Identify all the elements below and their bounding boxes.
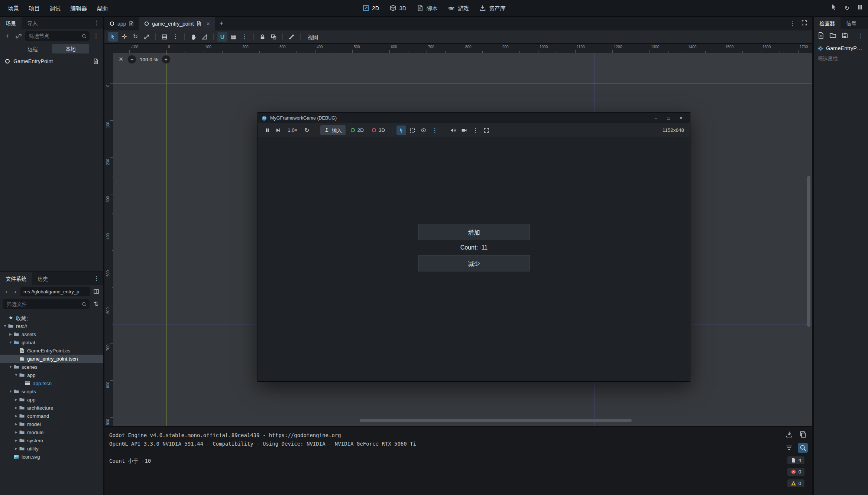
scene-tree-root-node[interactable]: GameEntryPoint <box>0 56 103 66</box>
scene-dock-tab-1[interactable]: 导入 <box>22 17 43 29</box>
suspend-game-button[interactable] <box>830 4 838 12</box>
grid-snap-button[interactable]: ▦ <box>229 32 239 42</box>
move-tool-button[interactable]: ✛ <box>119 32 129 42</box>
messages-count-badge[interactable]: 4 <box>787 456 805 464</box>
save-resource-button[interactable] <box>841 32 848 40</box>
workspace-button-3d[interactable]: 3D <box>385 0 411 16</box>
menu-editor[interactable]: 编辑器 <box>65 0 92 16</box>
dots-button[interactable]: ⋮ <box>430 126 440 135</box>
increase-button[interactable]: 增加 <box>418 224 530 240</box>
tree-arrow-icon[interactable]: ▼ <box>2 324 8 328</box>
history-forward-button[interactable]: › <box>12 287 19 296</box>
scene-tab-game_entry_point[interactable]: game_entry_point✕ <box>139 17 215 30</box>
menu-help[interactable]: 帮助 <box>92 0 113 16</box>
close-button[interactable]: ✕ <box>676 114 687 122</box>
fs-item-module[interactable]: ▶module <box>0 428 103 436</box>
smart-snap-button[interactable] <box>217 32 227 42</box>
reload-button[interactable]: ↻ <box>302 126 312 135</box>
pause-game-button[interactable] <box>856 4 864 12</box>
tree-arrow-icon[interactable]: ▶ <box>13 406 19 410</box>
canvas-horizontal-scrollbar[interactable] <box>360 419 632 422</box>
next-frame-button[interactable] <box>273 126 283 135</box>
expand-viewport-button[interactable] <box>801 20 807 27</box>
current-path-field[interactable]: res://global/game_entry_p <box>20 287 90 296</box>
scene-dock-tab-0[interactable]: 场景 <box>0 17 22 29</box>
workspace-button-2d[interactable]: 2D <box>357 0 384 16</box>
inspector-node-header[interactable]: GameEntryPoint <box>814 43 868 54</box>
fs-item-app.tscn[interactable]: app.tscn <box>0 379 103 387</box>
load-resource-button[interactable] <box>829 32 836 40</box>
instance-scene-button[interactable] <box>14 32 23 41</box>
fs-item-icon.svg[interactable]: icon.svg <box>0 453 103 461</box>
box-select-button[interactable] <box>408 126 417 135</box>
history-back-button[interactable]: ‹ <box>3 287 10 296</box>
tree-arrow-icon[interactable]: ▼ <box>8 365 13 369</box>
lock-button[interactable] <box>258 32 268 42</box>
fs-item-GameEntryPoint.cs[interactable]: C#GameEntryPoint.cs <box>0 346 103 355</box>
fs-item-scenes[interactable]: ▼scenes <box>0 363 103 371</box>
menu-scene[interactable]: 场景 <box>3 0 24 16</box>
game-input-toggle[interactable]: 输入 <box>320 125 346 135</box>
restart-game-button[interactable]: ↻ <box>843 4 851 12</box>
tree-arrow-icon[interactable]: ▶ <box>13 414 19 418</box>
open-script-icon[interactable] <box>93 58 99 64</box>
cursor-button[interactable] <box>396 126 406 135</box>
fs-item-utility[interactable]: ▶utility <box>0 444 103 453</box>
tree-arrow-icon[interactable]: ▼ <box>13 373 19 377</box>
scene-dock-more-button[interactable]: ⋮ <box>91 32 101 41</box>
filesystem-menu-button[interactable]: ⋮ <box>90 272 103 285</box>
ruler-button[interactable] <box>200 32 210 42</box>
inspector-tab-0[interactable]: 检查器 <box>814 17 841 29</box>
filesystem-tab-0[interactable]: 文件系统 <box>0 272 32 285</box>
scene-tabs-menu-button[interactable]: ⋮ <box>789 20 796 27</box>
fs-item-architecture[interactable]: ▶architecture <box>0 404 103 412</box>
scale-tool-button[interactable] <box>142 32 152 42</box>
local-button[interactable]: 本地 <box>52 44 89 53</box>
group-button[interactable] <box>269 32 279 42</box>
workspace-button-game[interactable]: 游戏 <box>443 0 474 16</box>
node-filter-input[interactable] <box>28 33 80 39</box>
fs-item-app[interactable]: ▼app <box>0 371 103 379</box>
camera-button[interactable] <box>459 126 469 135</box>
eye-button[interactable] <box>419 126 428 135</box>
tree-arrow-icon[interactable]: ▶ <box>13 439 19 442</box>
scene-dock-menu-button[interactable]: ⋮ <box>90 17 103 29</box>
menu-project[interactable]: 项目 <box>24 0 45 16</box>
fs-item-assets[interactable]: ▶assets <box>0 330 103 338</box>
workspace-button-script[interactable]: 脚本 <box>412 0 443 16</box>
minimize-button[interactable]: – <box>650 114 661 122</box>
fullscreen-button[interactable] <box>482 126 491 135</box>
menu-debug[interactable]: 调试 <box>45 0 65 16</box>
zoom-level[interactable]: 100.0 % <box>140 57 158 62</box>
warnings-count-badge[interactable]: 0 <box>787 479 805 487</box>
view-menu-button[interactable]: 视图 <box>303 33 323 40</box>
scene-tab-app[interactable]: app <box>104 17 139 30</box>
speaker-button[interactable] <box>448 126 458 135</box>
search-log-button[interactable] <box>798 443 808 453</box>
tree-arrow-icon[interactable]: ▶ <box>13 398 19 401</box>
tree-arrow-icon[interactable]: ▶ <box>8 332 13 336</box>
dots-button[interactable]: ⋮ <box>240 32 250 42</box>
select-tool-button[interactable] <box>108 32 118 42</box>
tree-arrow-icon[interactable]: ▶ <box>13 447 19 450</box>
list-select-button[interactable] <box>159 32 169 42</box>
close-tab-icon[interactable]: ✕ <box>205 21 210 26</box>
copy-log-button[interactable] <box>798 430 808 439</box>
new-scene-tab-button[interactable]: + <box>215 17 227 30</box>
filter-messages-button[interactable] <box>784 443 794 453</box>
fs-item-global[interactable]: ▼global <box>0 338 103 346</box>
inspector-tab-1[interactable]: 信号 <box>841 17 862 29</box>
fs-item-[interactable]: ★收藏： <box>0 314 103 322</box>
fs-item-res[interactable]: ▼res:// <box>0 322 103 330</box>
fs-item-game_entry_point.tscn[interactable]: game_entry_point.tscn <box>0 355 103 363</box>
save-log-button[interactable] <box>784 430 794 439</box>
fs-item-scripts[interactable]: ▼scripts <box>0 387 103 395</box>
errors-count-badge[interactable]: 0 <box>787 468 805 476</box>
tree-arrow-icon[interactable]: ▼ <box>8 341 13 344</box>
camera-override-3d[interactable]: 3D <box>368 127 388 133</box>
rotate-tool-button[interactable]: ↻ <box>130 32 140 42</box>
pause-button[interactable] <box>262 126 272 135</box>
fs-item-system[interactable]: ▶system <box>0 436 103 444</box>
inspector-menu-button[interactable]: ⋮ <box>862 17 868 29</box>
split-mode-button[interactable] <box>91 287 101 296</box>
